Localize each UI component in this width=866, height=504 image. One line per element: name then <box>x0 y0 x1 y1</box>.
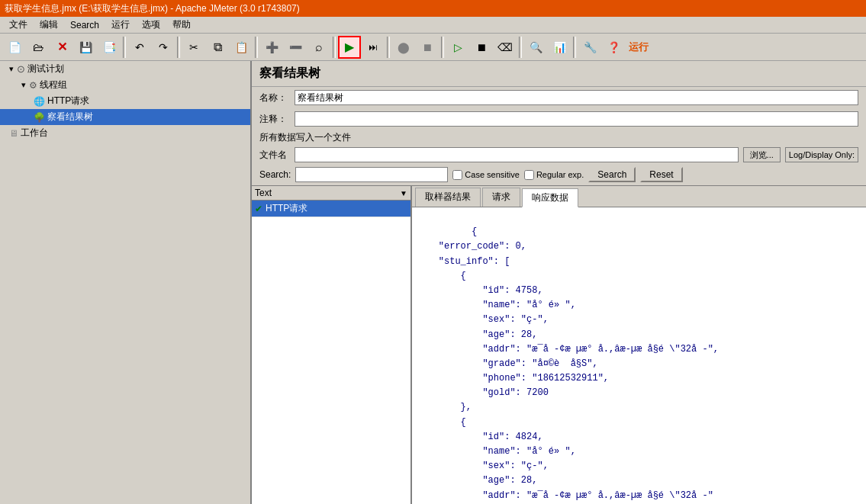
req-list-header: Text ▼ <box>252 186 410 201</box>
name-row: 名称： <box>252 87 866 108</box>
content-area: 取样器结果 请求 响应数据 { "error_code": 0, "stu_in… <box>412 186 866 504</box>
separator-5 <box>387 37 390 58</box>
tree-icon-testplan: ⊙ <box>17 63 25 75</box>
tree-item-workbench[interactable]: 🖥 工作台 <box>0 125 250 141</box>
tree-label-threadgroup: 线程组 <box>40 79 67 91</box>
search-toolbar-button[interactable]: 🔍 <box>524 36 547 59</box>
write-all-label: 所有数据写入一个文件 <box>259 132 351 143</box>
comment-input[interactable] <box>295 111 858 127</box>
right-panel: 察看结果树 名称： 注释： 所有数据写入一个文件 文件名 浏览... Log/D… <box>252 61 866 504</box>
tools-button[interactable]: 🔧 <box>578 36 601 59</box>
request-item-label: HTTP请求 <box>266 202 307 215</box>
run-label: 运行 <box>629 40 649 54</box>
undo-button[interactable]: ↶ <box>128 36 151 59</box>
menu-file[interactable]: 文件 <box>3 17 34 33</box>
search-input[interactable] <box>295 167 448 182</box>
start-remote-button[interactable]: ▷ <box>446 36 469 59</box>
tabs: 取样器结果 请求 响应数据 <box>412 186 866 207</box>
save-button[interactable]: 💾 <box>74 36 97 59</box>
toolbar: 📄 🗁 ✕ 💾 📑 ↶ ↷ ✂ ⧉ 📋 ➕ ➖ ⌕ ▶ ⏭ ⬤ ⏹ ▷ ⏹ ⌫ … <box>0 34 866 61</box>
play-no-pause-button[interactable]: ⏭ <box>362 36 385 59</box>
filename-input[interactable] <box>295 147 739 162</box>
tree-item-thread-group[interactable]: ▾ ⚙ 线程组 <box>0 77 250 93</box>
redo-button[interactable]: ↷ <box>152 36 175 59</box>
col-sort-icon[interactable]: ▼ <box>400 189 407 197</box>
new-button[interactable]: 📄 <box>3 36 26 59</box>
tree-item-http-request[interactable]: 🌐 HTTP请求 <box>0 93 250 109</box>
tab-request[interactable]: 请求 <box>482 188 520 207</box>
case-sensitive-label: Case sensitive <box>452 170 520 180</box>
search-label: Search: <box>259 169 291 180</box>
log-button[interactable]: Log/Display Only: <box>785 147 858 162</box>
comment-label: 注释： <box>259 113 290 126</box>
response-text: { "error_code": 0, "stu_info": [ { "id":… <box>417 226 719 504</box>
paste-button[interactable]: 📋 <box>230 36 253 59</box>
tree-label-testplan: 测试计划 <box>27 63 64 75</box>
regular-exp-checkbox[interactable] <box>524 170 534 180</box>
title-text: 获取学生信息.jmx (E:\获取学生信息.jmx) - Apache JMet… <box>5 2 300 15</box>
reset-button[interactable]: Reset <box>640 167 682 182</box>
open-button[interactable]: 🗁 <box>27 36 50 59</box>
separator-8 <box>573 37 576 58</box>
clear-button[interactable]: ⌫ <box>494 36 517 59</box>
split-area: Text ▼ ✔ HTTP请求 取样器结果 请求 响应数据 { <box>252 185 866 504</box>
separator-2 <box>177 37 180 58</box>
close-button[interactable]: ✕ <box>50 36 73 59</box>
menu-help[interactable]: 帮助 <box>166 17 197 33</box>
tree-label-http: HTTP请求 <box>47 95 89 108</box>
filename-label: 文件名 <box>259 149 290 162</box>
panel-title-text: 察看结果树 <box>259 66 320 79</box>
expand-icon-2: ▾ <box>21 80 26 90</box>
success-icon: ✔ <box>255 204 262 214</box>
tree-item-test-plan[interactable]: ▾ ⊙ 测试计划 <box>0 61 250 77</box>
tab-response-data[interactable]: 响应数据 <box>522 188 578 207</box>
request-item-http[interactable]: ✔ HTTP请求 <box>252 201 410 217</box>
expand-button[interactable]: ➕ <box>260 36 283 59</box>
saveas-button[interactable]: 📑 <box>98 36 121 59</box>
stop2-button[interactable]: ⏹ <box>416 36 439 59</box>
separator-4 <box>333 37 336 58</box>
tree-icon-resulttree: 🌳 <box>34 112 45 123</box>
name-label: 名称： <box>259 91 290 104</box>
tree-icon-http: 🌐 <box>34 96 45 107</box>
browse-button[interactable]: 浏览... <box>743 147 781 162</box>
stop-remote-button[interactable]: ⏹ <box>470 36 493 59</box>
name-input[interactable] <box>295 90 858 105</box>
play-button[interactable]: ▶ <box>338 36 361 59</box>
menu-options[interactable]: 选项 <box>136 17 166 33</box>
separator-1 <box>123 37 126 58</box>
panel-title: 察看结果树 <box>252 61 866 87</box>
report-button[interactable]: 📊 <box>548 36 571 59</box>
search-button[interactable]: Search <box>588 167 636 182</box>
response-content: { "error_code": 0, "stu_info": [ { "id":… <box>412 207 866 504</box>
tree-label-workbench: 工作台 <box>21 127 48 140</box>
tree-icon-threadgroup: ⚙ <box>29 80 37 91</box>
filename-row: 文件名 浏览... Log/Display Only: <box>252 146 866 164</box>
help-button[interactable]: ❓ <box>602 36 625 59</box>
regular-exp-label: Regular exp. <box>524 170 584 180</box>
menu-search[interactable]: Search <box>64 18 105 32</box>
tree-icon-workbench: 🖥 <box>9 128 18 139</box>
collapse-button[interactable]: ➖ <box>284 36 307 59</box>
tab-sampler-result[interactable]: 取样器结果 <box>415 188 481 207</box>
menu-bar: 文件 编辑 Search 运行 选项 帮助 <box>0 17 866 34</box>
left-panel: ▾ ⊙ 测试计划 ▾ ⚙ 线程组 🌐 HTTP请求 🌳 察看结果树 🖥 工作台 <box>0 61 252 504</box>
tree-item-result-tree[interactable]: 🌳 察看结果树 <box>0 109 250 125</box>
case-sensitive-checkbox[interactable] <box>452 170 462 180</box>
cut-button[interactable]: ✂ <box>182 36 205 59</box>
request-list: Text ▼ ✔ HTTP请求 <box>252 186 412 504</box>
separator-6 <box>441 37 444 58</box>
search-row: Search: Case sensitive Regular exp. Sear… <box>252 164 866 185</box>
separator-7 <box>519 37 522 58</box>
separator-3 <box>255 37 258 58</box>
menu-run[interactable]: 运行 <box>105 17 136 33</box>
text-col-label: Text <box>255 188 397 198</box>
stop-button[interactable]: ⬤ <box>392 36 415 59</box>
tree-label-resulttree: 察看结果树 <box>47 111 93 124</box>
zoom-button[interactable]: ⌕ <box>307 36 330 59</box>
title-bar: 获取学生信息.jmx (E:\获取学生信息.jmx) - Apache JMet… <box>0 0 866 17</box>
expand-icon-1: ▾ <box>9 64 14 74</box>
write-all-row: 所有数据写入一个文件 <box>252 130 866 146</box>
copy-button[interactable]: ⧉ <box>206 36 229 59</box>
menu-edit[interactable]: 编辑 <box>34 17 64 33</box>
